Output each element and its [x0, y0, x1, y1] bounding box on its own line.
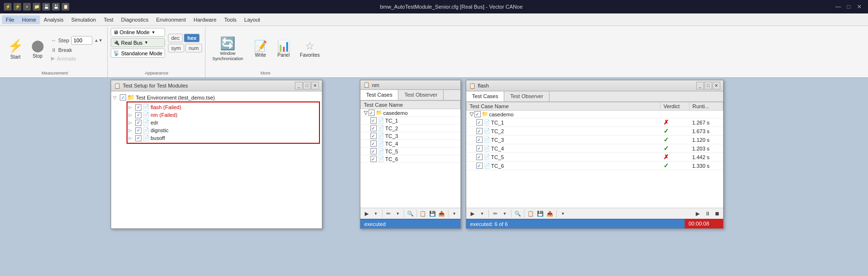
- flash-titlebar[interactable]: 📋 flash _ □ ✕: [466, 80, 723, 91]
- flash-btn-stop[interactable]: ⏹: [713, 209, 721, 218]
- start-button[interactable]: ⚡ Start: [5, 34, 26, 64]
- step-spinner[interactable]: ▲▼: [94, 38, 103, 43]
- flash-btn-3[interactable]: 🔍: [513, 209, 522, 218]
- nm-btn-3[interactable]: 🔍: [406, 209, 414, 218]
- dec-button[interactable]: dec: [168, 34, 183, 42]
- flash-row-tc6[interactable]: ✓ 📄 TC_6 ✓ 1.330 s: [467, 162, 723, 170]
- tree-checkbox-root[interactable]: ✓: [120, 94, 126, 100]
- close-button[interactable]: ✕: [855, 2, 864, 12]
- menu-hardware[interactable]: Hardware: [190, 15, 220, 24]
- nm-tc5-checkbox[interactable]: ✓: [370, 148, 377, 154]
- menu-simulation[interactable]: Simulation: [67, 15, 100, 24]
- flash-group-checkbox[interactable]: ✓: [474, 111, 481, 117]
- flash-group-row[interactable]: ▽ ✓ 📁 casedemo: [467, 111, 723, 118]
- hex-button[interactable]: hex: [184, 34, 200, 42]
- flash-btn-1[interactable]: ▶: [468, 209, 477, 218]
- nm-tc6-checkbox[interactable]: ✓: [370, 156, 377, 162]
- panel-button[interactable]: 📊 Panel: [274, 34, 293, 64]
- menu-home[interactable]: Home: [18, 15, 40, 24]
- nm-tc1-checkbox[interactable]: ✓: [370, 117, 377, 124]
- nm-btn-6[interactable]: 📤: [437, 209, 446, 218]
- nm-btn-arrow[interactable]: ▼: [371, 209, 380, 218]
- nm-tc3-checkbox[interactable]: ✓: [370, 133, 377, 139]
- tree-item-nm[interactable]: ▷ ✓ 📄 nm (Failed): [128, 111, 318, 119]
- tree-checkbox-busoff[interactable]: ✓: [135, 135, 141, 141]
- tree-root[interactable]: ▽ ✓ 📁 Test Environment (test_demo.tse): [113, 93, 320, 101]
- nm-tab-testobserver[interactable]: Test Observer: [398, 90, 443, 100]
- flash-btn-play[interactable]: ▶: [693, 209, 702, 218]
- menu-test[interactable]: Test: [100, 15, 117, 24]
- nm-row-tc1[interactable]: ✓ 📄 TC_1: [361, 117, 460, 125]
- nm-row-tc2[interactable]: ✓ 📄 TC_2: [361, 125, 460, 132]
- nm-btn-1[interactable]: ▶: [362, 209, 370, 218]
- test-setup-minimize[interactable]: _: [295, 82, 303, 89]
- test-setup-maximize[interactable]: □: [303, 82, 311, 89]
- nm-tc2-checkbox[interactable]: ✓: [370, 125, 377, 131]
- nm-row-tc6[interactable]: ✓ 📄 TC_6: [361, 155, 460, 163]
- flash-row-tc5[interactable]: ✓ 📄 TC_5 ✗ 1.442 s: [467, 153, 723, 162]
- nm-group-row[interactable]: ▽ ✓ 📁 casedemo: [361, 109, 460, 117]
- flash-btn-6[interactable]: 📤: [546, 209, 554, 218]
- flash-row-tc4[interactable]: ✓ 📄 TC_4 ✓ 1.203 s: [467, 144, 723, 153]
- real-bus-dropdown[interactable]: 🔌 Real Bus ▼: [111, 38, 165, 47]
- flash-tc6-checkbox[interactable]: ✓: [476, 163, 483, 169]
- test-setup-titlebar[interactable]: 📋 Test Setup for Test Modules _ □ ✕: [111, 80, 322, 91]
- flash-btn-pause[interactable]: ⏸: [703, 209, 712, 218]
- menu-layout[interactable]: Layout: [241, 15, 264, 24]
- nm-btn-5[interactable]: 💾: [428, 209, 436, 218]
- flash-btn-2[interactable]: ✏: [491, 209, 499, 218]
- test-setup-close[interactable]: ✕: [311, 82, 319, 89]
- menu-tools[interactable]: Tools: [220, 15, 241, 24]
- nm-tab-testcases[interactable]: Test Cases: [360, 90, 398, 100]
- tree-item-dignstic[interactable]: ▷ ✓ 📄 dignstic: [128, 126, 318, 134]
- flash-tc4-checkbox[interactable]: ✓: [476, 145, 483, 151]
- nm-tc4-checkbox[interactable]: ✓: [370, 140, 377, 147]
- tree-checkbox-dignstic[interactable]: ✓: [135, 127, 141, 134]
- nm-btn-4[interactable]: 📋: [419, 209, 427, 218]
- maximize-button[interactable]: □: [844, 2, 854, 12]
- nm-btn-2[interactable]: ✏: [384, 209, 393, 218]
- nm-row-tc5[interactable]: ✓ 📄 TC_5: [361, 148, 460, 155]
- nm-row-tc3[interactable]: ✓ 📄 TC_3: [361, 132, 460, 140]
- stop-button[interactable]: ⬤ Stop: [28, 34, 47, 64]
- nm-titlebar[interactable]: 📋 nm: [360, 80, 460, 90]
- window-sync-button[interactable]: 🔄 WindowSynchronization: [208, 34, 247, 64]
- flash-btn-arrow2[interactable]: ▼: [500, 209, 509, 218]
- flash-tab-testcases[interactable]: Test Cases: [466, 91, 504, 101]
- nm-row-tc4[interactable]: ✓ 📄 TC_4: [361, 140, 460, 148]
- tree-checkbox-flash[interactable]: ✓: [135, 104, 141, 111]
- tree-item-edr[interactable]: ▷ ✓ 📄 edr: [128, 119, 318, 126]
- nm-group-checkbox[interactable]: ✓: [369, 110, 375, 116]
- menu-diagnostics[interactable]: Diagnostics: [117, 15, 153, 24]
- standalone-mode-dropdown[interactable]: 📡 Standalone Mode: [111, 49, 165, 58]
- flash-close[interactable]: ✕: [713, 82, 720, 89]
- tree-checkbox-edr[interactable]: ✓: [135, 120, 141, 126]
- flash-row-tc2[interactable]: ✓ 📄 TC_2 ✓ 1.673 s: [467, 127, 723, 136]
- flash-tc3-checkbox[interactable]: ✓: [476, 137, 483, 143]
- flash-minimize[interactable]: _: [696, 82, 704, 89]
- num-button[interactable]: num: [185, 44, 202, 52]
- step-input[interactable]: [71, 36, 92, 45]
- tree-checkbox-nm[interactable]: ✓: [135, 112, 141, 118]
- flash-btn-arrow3[interactable]: ▼: [559, 209, 567, 218]
- tree-item-busoff[interactable]: ▷ ✓ 📄 busoff: [128, 134, 318, 142]
- flash-maximize[interactable]: □: [704, 82, 712, 89]
- sym-button[interactable]: sym: [168, 44, 184, 52]
- nm-btn-arrow2[interactable]: ▼: [394, 209, 402, 218]
- tree-item-flash[interactable]: ▷ ✓ 📄 flash (Failed): [128, 103, 318, 111]
- flash-btn-arrow[interactable]: ▼: [478, 209, 486, 218]
- online-mode-dropdown[interactable]: 🖥 Online Mode ▼: [111, 28, 165, 37]
- flash-tc1-checkbox[interactable]: ✓: [476, 119, 483, 125]
- favorites-button[interactable]: ☆ Favorites: [297, 34, 322, 64]
- flash-tab-testobserver[interactable]: Test Observer: [504, 91, 549, 101]
- flash-row-tc3[interactable]: ✓ 📄 TC_3 ✓ 1.120 s: [467, 136, 723, 144]
- minimize-button[interactable]: —: [833, 2, 843, 12]
- menu-file[interactable]: File: [2, 15, 18, 24]
- flash-tc2-checkbox[interactable]: ✓: [476, 128, 483, 134]
- menu-analysis[interactable]: Analysis: [40, 15, 67, 24]
- flash-btn-4[interactable]: 📋: [526, 209, 535, 218]
- animate-button[interactable]: ▶ Animate: [49, 54, 104, 63]
- flash-btn-5[interactable]: 💾: [536, 209, 545, 218]
- menu-environment[interactable]: Environment: [152, 15, 190, 24]
- flash-tc5-checkbox[interactable]: ✓: [476, 154, 483, 160]
